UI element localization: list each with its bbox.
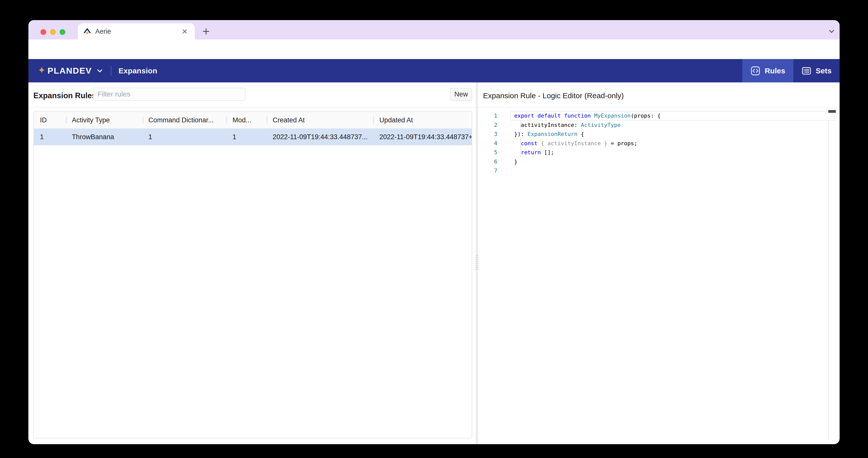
code-token: export: [514, 112, 534, 119]
nav-item-label: Rules: [765, 67, 785, 75]
code-token: {: [578, 131, 584, 137]
column-header[interactable]: Updated At: [373, 112, 472, 128]
column-separator: [373, 117, 374, 124]
line-number: 6: [481, 157, 497, 167]
code-token: default: [537, 112, 561, 119]
table-header-row: IDActivity TypeCommand Dictionar...Mod..…: [34, 112, 472, 129]
code-token: ExpansionReturn: [527, 131, 578, 137]
table-cell: 2022-11-09T19:44:33.448737...: [267, 129, 373, 145]
left-panel-title: Expansion Rules: [33, 91, 96, 101]
panel-resize-handle[interactable]: [476, 255, 478, 270]
code-token: [514, 140, 521, 146]
line-number: 2: [481, 121, 497, 130]
page-title: Expansion: [118, 67, 157, 75]
line-number: 5: [481, 148, 497, 157]
column-header[interactable]: Created At: [267, 112, 373, 128]
rules-table: IDActivity TypeCommand Dictionar...Mod..…: [33, 111, 472, 438]
indent-guide: [520, 139, 521, 148]
new-rule-button[interactable]: New: [450, 88, 472, 101]
code-line: const { activityInstance } = props;: [514, 139, 833, 148]
code-line: [514, 166, 833, 175]
column-separator: [226, 117, 227, 124]
code-line: return [];: [514, 148, 833, 157]
line-number: 7: [481, 166, 497, 175]
chevron-down-icon: [828, 28, 835, 35]
column-separator: [143, 117, 143, 124]
nav-item-rules[interactable]: Rules: [742, 59, 793, 83]
code-token: = props;: [608, 140, 637, 146]
code-line: activityInstance: ActivityType: [514, 121, 833, 130]
tab-search-button[interactable]: [827, 26, 837, 36]
line-number: 4: [481, 139, 497, 148]
code-line: }): ExpansionReturn {: [514, 130, 833, 139]
code-token: (props: {: [631, 112, 661, 119]
line-number: 3: [481, 130, 497, 139]
traffic-light-close[interactable]: [40, 29, 46, 35]
column-header-label: Updated At: [379, 116, 413, 124]
plus-icon: [202, 27, 210, 35]
tab-bar: Aerie: [28, 20, 840, 39]
aerie-favicon-icon: [83, 27, 91, 36]
table-cell: ThrowBanana: [66, 129, 143, 145]
navbar-divider: [111, 66, 111, 76]
code-lines: export default function MyExpansion(prop…: [514, 111, 833, 175]
code-token: MyExpansion: [594, 112, 631, 119]
browser-window: Aerie: [28, 20, 840, 444]
code-token: function: [564, 112, 591, 119]
table-cell: 1: [143, 129, 227, 145]
table-body: 1ThrowBanana112022-11-09T19:44:33.448737…: [34, 129, 472, 145]
column-header[interactable]: ID: [34, 112, 66, 128]
browser-tab[interactable]: Aerie: [78, 23, 195, 39]
filter-rules-input[interactable]: [93, 88, 246, 101]
tab-close-icon[interactable]: [180, 26, 190, 36]
column-header[interactable]: Mod...: [226, 112, 267, 128]
column-header-label: Created At: [273, 116, 305, 124]
code-token: [561, 112, 564, 119]
code-token: activityInstance:: [514, 122, 581, 128]
tab-title: Aerie: [95, 28, 180, 35]
column-separator: [267, 117, 268, 124]
traffic-light-minimize[interactable]: [50, 29, 56, 35]
column-header-label: Command Dictionar...: [149, 116, 214, 124]
code-token: [534, 112, 537, 119]
column-header-label: Mod...: [232, 116, 251, 124]
code-token: [514, 149, 521, 156]
logo-star-icon: [37, 66, 46, 76]
table-row[interactable]: 1ThrowBanana112022-11-09T19:44:33.448737…: [34, 129, 472, 145]
right-panel-title: Expansion Rule - Logic Editor (Read-only…: [483, 91, 624, 101]
code-token: ActivityType: [581, 122, 621, 128]
plandev-logo[interactable]: PLANDEV: [37, 66, 104, 76]
column-header-label: ID: [40, 116, 47, 124]
indent-guide: [520, 121, 521, 130]
list-icon: [801, 66, 811, 76]
code-token: }: [514, 159, 518, 165]
table-cell: 1: [34, 129, 66, 145]
browser-toolbar: localhost/expansion/rules: [28, 39, 840, 59]
table-cell: 1: [226, 129, 267, 145]
logo-text: PLANDEV: [48, 66, 92, 76]
traffic-light-maximize[interactable]: [60, 29, 65, 35]
app-navbar: PLANDEV Expansion Rules Sets: [28, 59, 840, 83]
code-token: return: [521, 149, 541, 156]
editor-gutter: 1234567: [481, 111, 497, 175]
code-token: }):: [514, 131, 527, 137]
new-tab-button[interactable]: [201, 26, 211, 36]
nav-item-label: Sets: [816, 67, 832, 75]
logo-chevron-down-icon[interactable]: [96, 67, 104, 75]
column-header-label: Activity Type: [72, 116, 110, 124]
code-line: export default function MyExpansion(prop…: [514, 111, 833, 121]
indent-guide: [520, 148, 521, 157]
column-header[interactable]: Command Dictionar...: [143, 112, 227, 128]
line-number: 1: [481, 111, 497, 121]
code-token: [];: [541, 149, 554, 156]
code-icon: [750, 66, 761, 76]
nav-item-sets[interactable]: Sets: [793, 59, 840, 83]
table-cell: 2022-11-09T19:44:33.448737+: [373, 129, 472, 145]
code-token: const: [521, 140, 537, 146]
column-separator: [66, 117, 67, 124]
code-token: [591, 112, 594, 119]
code-line: }: [514, 157, 833, 167]
header-separator: [28, 107, 840, 107]
column-header[interactable]: Activity Type: [66, 112, 143, 128]
code-token: { activityInstance }: [537, 140, 608, 146]
